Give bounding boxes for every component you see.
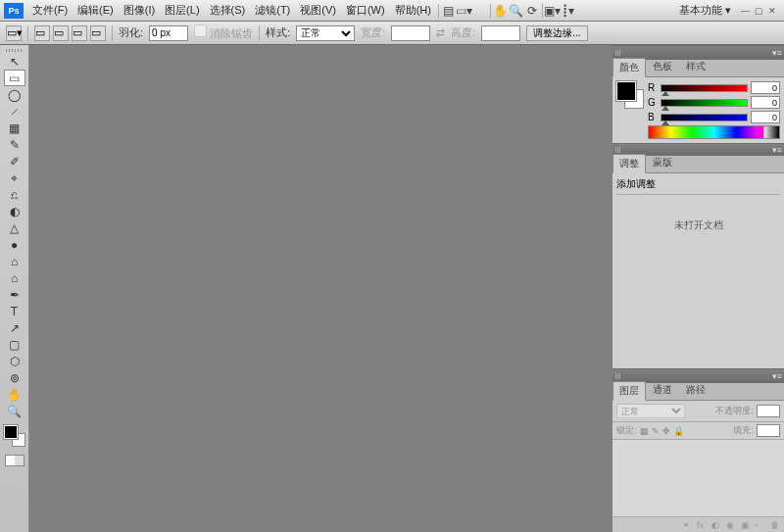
- color-panel: ▾≡ 颜色 色板 样式 R G: [612, 45, 784, 143]
- menu-file[interactable]: 文件(F): [27, 3, 73, 18]
- panel-color-swatches[interactable]: [616, 81, 644, 109]
- spectrum-ramp[interactable]: [648, 125, 780, 139]
- menu-filter[interactable]: 滤镜(T): [250, 3, 295, 18]
- tab-paths[interactable]: 路径: [679, 380, 712, 400]
- tab-layers[interactable]: 图层: [612, 381, 646, 401]
- rotate-view-icon[interactable]: ⟳: [524, 3, 540, 19]
- adjust-title: 添加调整: [616, 177, 780, 195]
- style-label: 样式:: [266, 25, 290, 40]
- camera-tool[interactable]: ⊚: [4, 369, 25, 386]
- maximize-button[interactable]: ▢: [755, 6, 764, 16]
- menu-select[interactable]: 选择(S): [205, 3, 251, 18]
- b-input[interactable]: [751, 111, 780, 123]
- layer-fx-icon[interactable]: fx: [697, 520, 707, 530]
- zoom-level: [472, 3, 488, 19]
- tab-masks[interactable]: 蒙版: [646, 153, 679, 172]
- g-label: G: [648, 97, 658, 108]
- tab-channels[interactable]: 通道: [646, 380, 679, 400]
- color-swatches[interactable]: [4, 425, 25, 449]
- r-slider[interactable]: [661, 84, 748, 92]
- selection-new-icon[interactable]: ▭: [34, 25, 50, 41]
- menu-layer[interactable]: 图层(L): [160, 3, 204, 18]
- wand-tool[interactable]: ⟋: [4, 103, 25, 120]
- g-input[interactable]: [751, 96, 780, 109]
- eyedropper-tool[interactable]: ✎: [4, 136, 25, 153]
- feather-input[interactable]: [149, 25, 188, 41]
- blur-tool[interactable]: ⌂: [4, 253, 25, 269]
- new-layer-icon[interactable]: ▫: [756, 520, 765, 530]
- launch-bridge-icon[interactable]: ▤: [441, 3, 457, 19]
- close-button[interactable]: ✕: [768, 6, 778, 16]
- panel-menu-icon[interactable]: ▾≡: [770, 371, 784, 381]
- new-group-icon[interactable]: ▣: [741, 520, 751, 530]
- hand-tool-icon[interactable]: ✋: [493, 3, 509, 19]
- style-select[interactable]: 正常: [296, 25, 355, 41]
- gradient-tool[interactable]: ●: [4, 236, 25, 253]
- selection-add-icon[interactable]: ▭: [53, 25, 69, 41]
- foreground-color-swatch[interactable]: [4, 425, 18, 439]
- r-input[interactable]: [751, 81, 780, 94]
- type-tool[interactable]: T: [4, 303, 25, 319]
- quickmask-toggle[interactable]: [5, 455, 24, 466]
- toolbox: ↖ ▭ ◯ ⟋ ▦ ✎ ✐ ⌖ ⎌ ◐ △ ● ⌂ ⌂ ✒ T ↗ ▢ ⬡ ⊚ …: [0, 45, 29, 532]
- workspace-switcher[interactable]: 基本功能 ▾: [675, 3, 735, 18]
- stamp-tool[interactable]: ⎌: [4, 186, 25, 203]
- shape-tool[interactable]: ▢: [4, 336, 25, 353]
- width-input: [391, 25, 430, 41]
- panel-menu-icon[interactable]: ▾≡: [770, 48, 784, 58]
- minimize-button[interactable]: —: [741, 6, 751, 16]
- pen-tool[interactable]: ✒: [4, 286, 25, 303]
- delete-layer-icon[interactable]: 🗑: [770, 520, 780, 530]
- selection-intersect-icon[interactable]: ▭: [90, 25, 106, 41]
- tab-styles[interactable]: 样式: [679, 57, 712, 76]
- heal-tool[interactable]: ✐: [4, 153, 25, 169]
- zoom-tool-icon[interactable]: 🔍: [509, 3, 524, 19]
- tab-adjustments[interactable]: 调整: [612, 154, 646, 173]
- selection-subtract-icon[interactable]: ▭: [72, 25, 87, 41]
- panel-grip[interactable]: [612, 50, 624, 56]
- new-adjustment-icon[interactable]: ◉: [726, 520, 736, 530]
- refine-edge-button[interactable]: 调整边缘...: [526, 25, 587, 41]
- menu-view[interactable]: 视图(V): [295, 3, 341, 18]
- link-layers-icon[interactable]: ⚭: [682, 520, 692, 530]
- tool-preset-icon[interactable]: ▭▾: [6, 25, 22, 41]
- no-document-label: 未打开文档: [616, 218, 780, 232]
- b-slider[interactable]: [661, 114, 748, 121]
- separator: [438, 4, 439, 18]
- panel-menu-icon[interactable]: ▾≡: [770, 145, 784, 155]
- hand-tool[interactable]: ✋: [4, 386, 25, 403]
- menu-edit[interactable]: 编辑(E): [73, 3, 119, 18]
- history-brush-tool[interactable]: ◐: [4, 203, 25, 219]
- zoom-tool[interactable]: 🔍: [4, 403, 25, 419]
- lock-trans-icon: ▦: [640, 426, 649, 436]
- menu-image[interactable]: 图像(I): [119, 3, 160, 18]
- crop-tool[interactable]: ▦: [4, 120, 25, 136]
- menu-window[interactable]: 窗口(W): [341, 3, 390, 18]
- brush-tool[interactable]: ⌖: [4, 169, 25, 186]
- blend-mode-select[interactable]: 正常: [616, 404, 685, 418]
- screen-mode-icon[interactable]: ▣▾: [545, 3, 561, 19]
- swap-icon: ⇄: [436, 26, 445, 39]
- g-slider[interactable]: [661, 99, 748, 107]
- arrange-docs-icon[interactable]: ▭▾: [457, 3, 472, 19]
- move-tool[interactable]: ↖: [4, 53, 25, 70]
- tab-swatches[interactable]: 色板: [646, 57, 679, 76]
- height-input: [481, 25, 520, 41]
- marquee-tool[interactable]: ▭: [4, 70, 25, 86]
- lasso-tool[interactable]: ◯: [4, 86, 25, 103]
- tab-color[interactable]: 颜色: [612, 58, 646, 77]
- add-mask-icon[interactable]: ◐: [711, 520, 721, 530]
- app-logo: Ps: [4, 3, 24, 19]
- eraser-tool[interactable]: △: [4, 219, 25, 236]
- fg-swatch[interactable]: [616, 81, 636, 101]
- view-extras-icon[interactable]: ┋▾: [561, 3, 576, 19]
- menu-help[interactable]: 帮助(H): [390, 3, 436, 18]
- dodge-tool[interactable]: ⌂: [4, 269, 25, 286]
- separator: [27, 25, 28, 41]
- 3d-tool[interactable]: ⬡: [4, 353, 25, 369]
- path-select-tool[interactable]: ↗: [4, 319, 25, 336]
- layers-panel: ▾≡ 图层 通道 路径 正常 不透明度: 锁定: ▦ ✎ ✥ 🔒 填充:: [612, 368, 784, 532]
- panel-grip[interactable]: [612, 147, 624, 153]
- antialias-checkbox: 消除锯齿: [194, 24, 253, 41]
- panel-grip[interactable]: [612, 373, 624, 379]
